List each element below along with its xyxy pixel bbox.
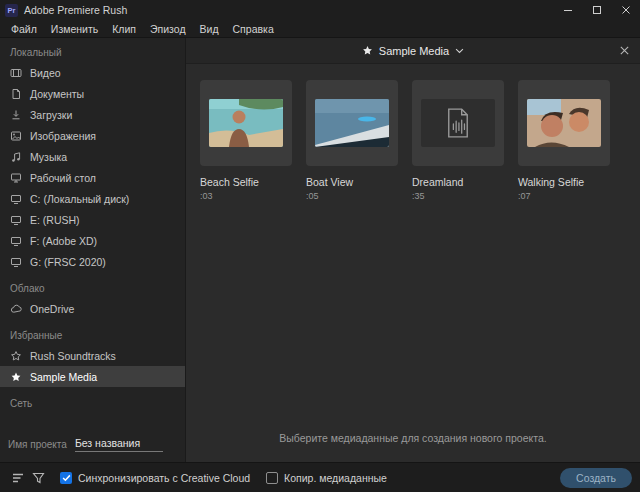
maximize-icon <box>591 4 603 16</box>
media-item-duration: :07 <box>518 191 610 201</box>
media-item-name: Dreamland <box>412 176 504 188</box>
menu-item-sequence[interactable]: Эпизод <box>143 23 193 35</box>
media-source-dropdown[interactable]: Sample Media <box>362 45 464 57</box>
sync-checkbox-label: Синхронизировать с Creative Cloud <box>78 472 250 484</box>
menu-item-clip[interactable]: Клип <box>105 23 143 35</box>
sidebar-item-label: Видео <box>30 67 61 79</box>
window-title: Adobe Premiere Rush <box>24 4 127 16</box>
filter-icon <box>32 472 45 484</box>
sidebar-item-label: G: (FRSC 2020) <box>30 256 106 268</box>
empty-selection-hint: Выберите медиаданные для создания нового… <box>186 432 640 462</box>
sidebar-section-cloud: Облако <box>0 278 185 298</box>
sidebar-item-label: F: (Adobe XD) <box>30 235 97 247</box>
sidebar-item-drive-g[interactable]: G: (FRSC 2020) <box>0 251 185 272</box>
media-thumbnail <box>306 80 398 166</box>
sidebar-item-label: Музыка <box>30 151 67 163</box>
sidebar-item-downloads[interactable]: Загрузки <box>0 104 185 125</box>
menu-item-view[interactable]: Вид <box>193 23 226 35</box>
drive-icon <box>10 214 22 226</box>
sidebar-item-label: OneDrive <box>30 303 74 315</box>
sidebar-section-network: Сеть <box>0 393 185 413</box>
create-project-button[interactable]: Создать <box>560 468 632 488</box>
sidebar-item-label: Документы <box>30 88 84 100</box>
menu-item-help[interactable]: Справка <box>226 23 281 35</box>
check-icon <box>62 474 71 482</box>
sidebar-item-pictures[interactable]: Изображения <box>0 125 185 146</box>
app-window: Pr Adobe Premiere Rush Файл Изменить Кли… <box>0 0 640 492</box>
minimize-icon <box>562 4 574 16</box>
project-name-input[interactable] <box>75 437 163 452</box>
media-thumbnail <box>518 80 610 166</box>
music-icon <box>10 151 22 163</box>
sidebar-item-label: Загрузки <box>30 109 72 121</box>
sidebar-item-label: Рабочий стол <box>30 172 96 184</box>
footer-toolbar: Синхронизировать с Creative Cloud Копир.… <box>0 462 640 492</box>
sidebar-item-videos[interactable]: Видео <box>0 62 185 83</box>
cloud-icon <box>10 303 22 315</box>
menu-item-edit[interactable]: Изменить <box>44 23 105 35</box>
list-view-button[interactable] <box>8 468 28 488</box>
copy-media-checkbox-label: Копир. медиаданные <box>284 472 387 484</box>
chevron-down-icon <box>455 48 464 54</box>
close-browser-button[interactable] <box>619 38 630 63</box>
menu-item-file[interactable]: Файл <box>4 23 44 35</box>
sidebar-item-documents[interactable]: Документы <box>0 83 185 104</box>
copy-media-checkbox[interactable] <box>266 472 278 484</box>
sidebar-item-rush-soundtracks[interactable]: Rush Soundtracks <box>0 345 185 366</box>
media-item-name: Beach Selfie <box>200 176 292 188</box>
media-item-name: Walking Selfie <box>518 176 610 188</box>
media-grid: Beach Selfie :03 <box>186 64 640 432</box>
film-icon <box>10 67 22 79</box>
sidebar-item-label: Rush Soundtracks <box>30 350 116 362</box>
sidebar-item-label: C: (Локальный диск) <box>30 193 129 205</box>
sidebar-item-drive-f[interactable]: F: (Adobe XD) <box>0 230 185 251</box>
sidebar-item-sample-media[interactable]: Sample Media <box>0 366 185 387</box>
media-item-duration: :35 <box>412 191 504 201</box>
media-browser-header: Sample Media <box>186 38 640 64</box>
media-item-boat-view[interactable]: Boat View :05 <box>306 80 398 201</box>
sidebar-section-favorites: Избранные <box>0 325 185 345</box>
audio-file-icon <box>446 108 470 138</box>
sidebar-item-drive-e[interactable]: E: (RUSH) <box>0 209 185 230</box>
list-icon <box>12 472 25 484</box>
project-name-row: Имя проекта <box>0 426 185 462</box>
titlebar: Pr Adobe Premiere Rush <box>0 0 640 20</box>
maximize-button[interactable] <box>582 0 611 20</box>
media-item-dreamland[interactable]: Dreamland :35 <box>412 80 504 201</box>
sidebar-item-onedrive[interactable]: OneDrive <box>0 298 185 319</box>
premiere-rush-logo-icon: Pr <box>5 4 18 17</box>
sidebar-item-label: Изображения <box>30 130 96 142</box>
media-item-duration: :03 <box>200 191 292 201</box>
media-item-duration: :05 <box>306 191 398 201</box>
close-window-button[interactable] <box>611 0 640 20</box>
window-controls <box>553 0 640 20</box>
sync-checkbox[interactable] <box>60 472 72 484</box>
download-icon <box>10 109 22 121</box>
minimize-button[interactable] <box>553 0 582 20</box>
close-icon <box>619 45 630 56</box>
menubar: Файл Изменить Клип Эпизод Вид Справка <box>0 20 640 38</box>
sidebar-item-drive-c[interactable]: C: (Локальный диск) <box>0 188 185 209</box>
star-icon <box>10 371 22 383</box>
star-icon <box>10 350 22 362</box>
media-source-title: Sample Media <box>379 45 449 57</box>
media-item-beach-selfie[interactable]: Beach Selfie :03 <box>200 80 292 201</box>
sidebar-item-desktop[interactable]: Рабочий стол <box>0 167 185 188</box>
sidebar-item-music[interactable]: Музыка <box>0 146 185 167</box>
media-browser: Sample Media <box>186 38 640 462</box>
drive-icon <box>10 235 22 247</box>
document-icon <box>10 88 22 100</box>
sync-creative-cloud-option: Синхронизировать с Creative Cloud <box>60 472 250 484</box>
image-icon <box>10 130 22 142</box>
sidebar-item-label: Sample Media <box>30 371 97 383</box>
drive-icon <box>10 193 22 205</box>
media-thumbnail <box>200 80 292 166</box>
sidebar-nav: Локальный Видео Документы <box>0 38 185 426</box>
main-area: Локальный Видео Документы <box>0 38 640 462</box>
media-item-walking-selfie[interactable]: Walking Selfie :07 <box>518 80 610 201</box>
media-thumbnail <box>412 80 504 166</box>
sidebar-section-local: Локальный <box>0 42 185 62</box>
project-name-label: Имя проекта <box>8 439 67 450</box>
sidebar-item-label: E: (RUSH) <box>30 214 80 226</box>
filter-button[interactable] <box>28 468 48 488</box>
